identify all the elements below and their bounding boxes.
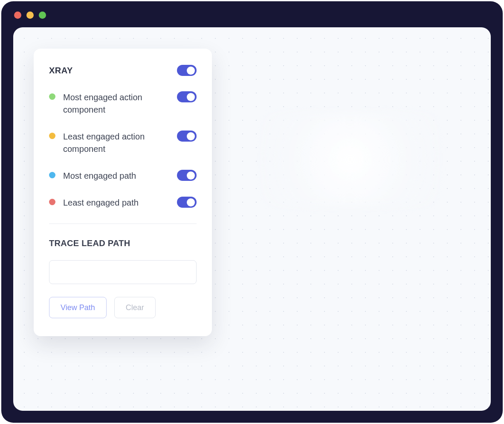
option-label: Most engaged action component xyxy=(63,91,168,116)
maximize-window-button[interactable] xyxy=(39,12,46,19)
legend-dot-icon xyxy=(49,133,55,139)
option-label: Least engaged path xyxy=(63,197,139,209)
panel-title: XRAY xyxy=(49,66,73,76)
toggle-least-engaged-path[interactable] xyxy=(177,197,197,208)
option-label: Most engaged path xyxy=(63,170,136,182)
canvas-area: XRAY Most engaged action component Least… xyxy=(13,27,491,411)
legend-dot-icon xyxy=(49,199,55,205)
option-label: Least engaged action component xyxy=(63,131,168,155)
view-path-button[interactable]: View Path xyxy=(49,297,107,318)
panel-header: XRAY xyxy=(49,65,197,76)
option-row-most-engaged-action: Most engaged action component xyxy=(49,91,197,116)
minimize-window-button[interactable] xyxy=(26,12,34,19)
option-row-most-engaged-path: Most engaged path xyxy=(49,170,197,182)
clear-button[interactable]: Clear xyxy=(114,297,156,318)
option-row-least-engaged-action: Least engaged action component xyxy=(49,131,197,155)
xray-panel: XRAY Most engaged action component Least… xyxy=(34,49,212,336)
trace-lead-input[interactable] xyxy=(49,260,197,284)
window-controls xyxy=(1,1,503,23)
trace-section-title: TRACE LEAD PATH xyxy=(49,238,197,248)
xray-master-toggle[interactable] xyxy=(177,65,197,76)
toggle-most-engaged-path[interactable] xyxy=(177,170,197,181)
canvas-highlight-blob xyxy=(261,113,440,206)
panel-divider xyxy=(49,224,197,224)
toggle-most-engaged-action[interactable] xyxy=(177,91,197,102)
browser-frame: XRAY Most engaged action component Least… xyxy=(1,1,503,423)
trace-button-row: View Path Clear xyxy=(49,297,197,318)
close-window-button[interactable] xyxy=(14,12,21,19)
option-row-least-engaged-path: Least engaged path xyxy=(49,197,197,209)
legend-dot-icon xyxy=(49,93,55,100)
toggle-least-engaged-action[interactable] xyxy=(177,131,197,142)
legend-dot-icon xyxy=(49,172,55,178)
